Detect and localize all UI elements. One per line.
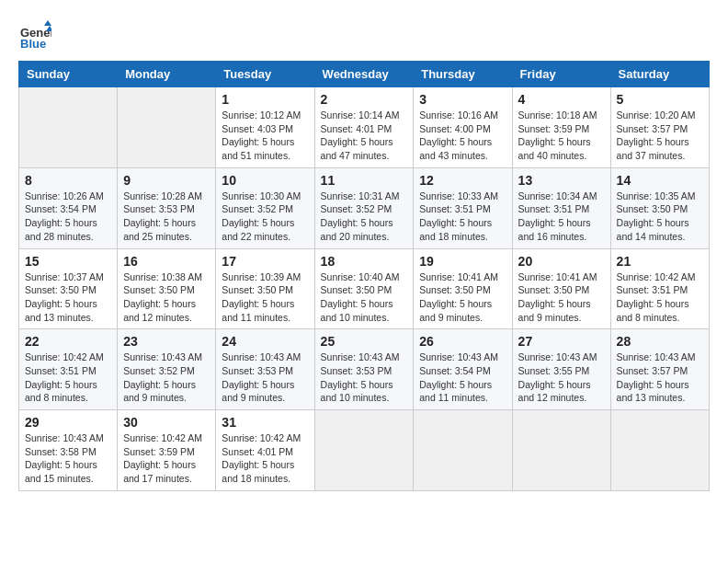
calendar-cell [314,410,414,491]
calendar-cell: 10 Sunrise: 10:30 AM Sunset: 3:52 PM Day… [216,167,314,248]
calendar-cell [118,87,216,168]
calendar-cell: 12 Sunrise: 10:33 AM Sunset: 3:51 PM Day… [414,167,512,248]
day-number: 1 [222,92,308,107]
day-header: Wednesday [314,62,414,87]
calendar-cell [414,410,512,491]
day-info: Sunrise: 10:38 AM Sunset: 3:50 PM Daylig… [123,270,210,325]
day-number: 12 [419,173,506,188]
calendar-cell: 18 Sunrise: 10:40 AM Sunset: 3:50 PM Day… [314,248,414,329]
day-number: 15 [25,254,111,269]
calendar-cell: 9 Sunrise: 10:28 AM Sunset: 3:53 PM Dayl… [118,167,216,248]
day-info: Sunrise: 10:43 AM Sunset: 3:57 PM Daylig… [617,350,703,405]
calendar-week: 8 Sunrise: 10:26 AM Sunset: 3:54 PM Dayl… [19,167,710,248]
day-number: 5 [617,92,703,107]
day-info: Sunrise: 10:43 AM Sunset: 3:52 PM Daylig… [123,350,210,405]
day-number: 28 [617,334,703,349]
day-number: 17 [222,254,308,269]
day-number: 14 [617,173,703,188]
day-info: Sunrise: 10:16 AM Sunset: 4:00 PM Daylig… [419,109,506,163]
day-info: Sunrise: 10:14 AM Sunset: 4:01 PM Daylig… [321,109,408,163]
day-info: Sunrise: 10:43 AM Sunset: 3:53 PM Daylig… [321,350,408,405]
day-info: Sunrise: 10:42 AM Sunset: 3:51 PM Daylig… [617,270,703,325]
day-header: Saturday [610,62,709,87]
calendar-cell: 1 Sunrise: 10:12 AM Sunset: 4:03 PM Dayl… [216,87,314,168]
calendar-cell: 29 Sunrise: 10:43 AM Sunset: 3:58 PM Day… [19,410,118,491]
day-info: Sunrise: 10:42 AM Sunset: 3:51 PM Daylig… [25,350,111,405]
calendar-week: 29 Sunrise: 10:43 AM Sunset: 3:58 PM Day… [19,410,710,491]
day-info: Sunrise: 10:20 AM Sunset: 3:57 PM Daylig… [617,109,703,163]
svg-text:Blue: Blue [20,37,46,51]
day-info: Sunrise: 10:28 AM Sunset: 3:53 PM Daylig… [123,190,210,244]
calendar-cell: 31 Sunrise: 10:42 AM Sunset: 4:01 PM Day… [216,410,314,491]
calendar-cell [610,410,709,491]
day-number: 4 [518,92,605,107]
day-number: 8 [25,173,111,188]
day-number: 31 [222,415,308,430]
day-info: Sunrise: 10:42 AM Sunset: 3:59 PM Daylig… [123,431,210,486]
day-info: Sunrise: 10:18 AM Sunset: 3:59 PM Daylig… [518,109,605,163]
day-info: Sunrise: 10:34 AM Sunset: 3:51 PM Daylig… [518,190,605,244]
day-header: Monday [118,62,216,87]
day-info: Sunrise: 10:33 AM Sunset: 3:51 PM Daylig… [419,190,506,244]
calendar-cell: 24 Sunrise: 10:43 AM Sunset: 3:53 PM Day… [216,329,314,410]
day-info: Sunrise: 10:42 AM Sunset: 4:01 PM Daylig… [222,431,308,486]
calendar-cell: 26 Sunrise: 10:43 AM Sunset: 3:54 PM Day… [414,329,512,410]
calendar-cell: 13 Sunrise: 10:34 AM Sunset: 3:51 PM Day… [512,167,610,248]
calendar-cell: 4 Sunrise: 10:18 AM Sunset: 3:59 PM Dayl… [512,87,610,168]
day-number: 22 [25,334,111,349]
calendar-cell [19,87,118,168]
day-info: Sunrise: 10:39 AM Sunset: 3:50 PM Daylig… [222,270,308,325]
day-header: Sunday [19,62,118,87]
day-number: 19 [419,254,506,269]
day-number: 26 [419,334,506,349]
day-info: Sunrise: 10:43 AM Sunset: 3:58 PM Daylig… [25,431,111,486]
day-info: Sunrise: 10:12 AM Sunset: 4:03 PM Daylig… [222,109,308,163]
calendar-cell: 3 Sunrise: 10:16 AM Sunset: 4:00 PM Dayl… [414,87,512,168]
calendar-cell: 15 Sunrise: 10:37 AM Sunset: 3:50 PM Day… [19,248,118,329]
day-number: 3 [419,92,506,107]
day-number: 20 [518,254,605,269]
day-info: Sunrise: 10:30 AM Sunset: 3:52 PM Daylig… [222,190,308,244]
calendar-week: 15 Sunrise: 10:37 AM Sunset: 3:50 PM Day… [19,248,710,329]
day-number: 18 [321,254,408,269]
day-info: Sunrise: 10:40 AM Sunset: 3:50 PM Daylig… [321,270,408,325]
calendar-cell: 23 Sunrise: 10:43 AM Sunset: 3:52 PM Day… [118,329,216,410]
day-info: Sunrise: 10:35 AM Sunset: 3:50 PM Daylig… [617,190,703,244]
day-number: 21 [617,254,703,269]
day-header: Tuesday [216,62,314,87]
calendar-cell: 19 Sunrise: 10:41 AM Sunset: 3:50 PM Day… [414,248,512,329]
calendar: SundayMondayTuesdayWednesdayThursdayFrid… [18,61,710,491]
calendar-cell: 27 Sunrise: 10:43 AM Sunset: 3:55 PM Day… [512,329,610,410]
header: General Blue [18,18,710,52]
calendar-cell: 16 Sunrise: 10:38 AM Sunset: 3:50 PM Day… [118,248,216,329]
day-number: 9 [123,173,210,188]
day-info: Sunrise: 10:26 AM Sunset: 3:54 PM Daylig… [25,190,111,244]
day-info: Sunrise: 10:37 AM Sunset: 3:50 PM Daylig… [25,270,111,325]
day-number: 24 [222,334,308,349]
calendar-cell: 5 Sunrise: 10:20 AM Sunset: 3:57 PM Dayl… [610,87,709,168]
calendar-cell: 28 Sunrise: 10:43 AM Sunset: 3:57 PM Day… [610,329,709,410]
day-info: Sunrise: 10:43 AM Sunset: 3:54 PM Daylig… [419,350,506,405]
calendar-week: 22 Sunrise: 10:42 AM Sunset: 3:51 PM Day… [19,329,710,410]
logo: General Blue [18,18,55,52]
day-number: 10 [222,173,308,188]
day-header: Thursday [414,62,512,87]
day-info: Sunrise: 10:43 AM Sunset: 3:53 PM Daylig… [222,350,308,405]
day-number: 25 [321,334,408,349]
header-row: SundayMondayTuesdayWednesdayThursdayFrid… [19,62,710,87]
svg-marker-2 [44,20,51,26]
calendar-cell: 2 Sunrise: 10:14 AM Sunset: 4:01 PM Dayl… [314,87,414,168]
calendar-week: 1 Sunrise: 10:12 AM Sunset: 4:03 PM Dayl… [19,87,710,168]
day-number: 29 [25,415,111,430]
calendar-cell: 21 Sunrise: 10:42 AM Sunset: 3:51 PM Day… [610,248,709,329]
calendar-cell: 30 Sunrise: 10:42 AM Sunset: 3:59 PM Day… [118,410,216,491]
day-number: 11 [321,173,408,188]
logo-icon: General Blue [18,18,51,52]
day-number: 23 [123,334,210,349]
day-number: 30 [123,415,210,430]
day-info: Sunrise: 10:43 AM Sunset: 3:55 PM Daylig… [518,350,605,405]
day-number: 27 [518,334,605,349]
calendar-cell: 11 Sunrise: 10:31 AM Sunset: 3:52 PM Day… [314,167,414,248]
calendar-cell [512,410,610,491]
day-number: 13 [518,173,605,188]
